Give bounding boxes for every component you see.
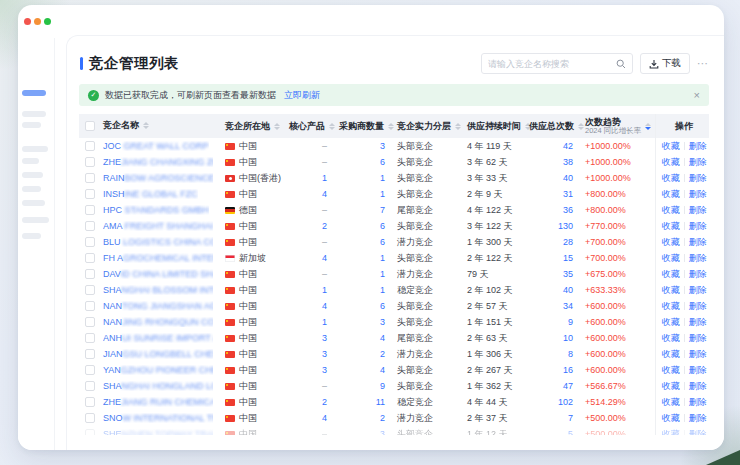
row-checkbox[interactable] <box>85 237 95 247</box>
total-supply-count[interactable]: 9 <box>568 317 573 327</box>
favorite-link[interactable]: 收藏 <box>662 205 680 215</box>
company-name-link[interactable]: RAINBOW AGROSCIENCES PTE CO ... <box>103 173 213 183</box>
core-products-count[interactable]: 4 <box>322 189 327 199</box>
total-supply-count[interactable]: 34 <box>563 301 573 311</box>
core-products-count[interactable]: 1 <box>322 285 327 295</box>
total-supply-count[interactable]: 47 <box>563 381 573 391</box>
favorite-link[interactable]: 收藏 <box>662 141 680 151</box>
sidebar-item[interactable] <box>22 233 41 239</box>
row-checkbox[interactable] <box>85 253 95 263</box>
minimize-window-dot[interactable] <box>34 18 41 25</box>
company-name-link[interactable]: SHANGHAI HONGLAND LOGITSTI... <box>103 381 213 391</box>
favorite-link[interactable]: 收藏 <box>662 333 680 343</box>
sidebar-item[interactable] <box>22 158 39 164</box>
delete-link[interactable]: 删除 <box>689 381 707 391</box>
row-checkbox[interactable] <box>85 269 95 279</box>
buyers-count[interactable]: 1 <box>380 173 385 183</box>
buyers-count[interactable]: 1 <box>380 253 385 263</box>
favorite-link[interactable]: 收藏 <box>662 365 680 375</box>
total-supply-count[interactable]: 5 <box>568 429 573 435</box>
company-name-link[interactable]: JIANGSU LONGBELL CHEMICAL ... <box>103 349 213 359</box>
favorite-link[interactable]: 收藏 <box>662 349 680 359</box>
buyers-count[interactable]: 11 <box>376 397 385 407</box>
row-checkbox[interactable] <box>85 189 95 199</box>
buyers-count[interactable]: 6 <box>380 157 385 167</box>
delete-link[interactable]: 删除 <box>689 429 707 436</box>
company-name-link[interactable]: HPC STANDARDS GMBH <box>103 205 209 215</box>
company-name-link[interactable]: AMA FREIGHT SHANGHAI CO LTD <box>103 221 213 231</box>
buyers-count[interactable]: 2 <box>380 413 385 423</box>
company-name-link[interactable]: SNOW INTERNATIONAL TRADING ... <box>103 413 213 423</box>
row-checkbox[interactable] <box>85 173 95 183</box>
search-input[interactable] <box>488 59 616 69</box>
buyers-count[interactable]: 3 <box>380 317 385 327</box>
sidebar-item[interactable] <box>22 217 49 223</box>
sidebar-item[interactable] <box>22 122 41 128</box>
buyers-count[interactable]: 1 <box>380 285 385 295</box>
delete-link[interactable]: 删除 <box>689 397 707 407</box>
delete-link[interactable]: 删除 <box>689 205 707 215</box>
total-supply-count[interactable]: 40 <box>563 173 573 183</box>
sort-icon[interactable] <box>388 123 394 130</box>
total-supply-count[interactable]: 16 <box>563 365 573 375</box>
column-header-7[interactable]: 供应总次数 <box>523 114 579 138</box>
favorite-link[interactable]: 收藏 <box>662 157 680 167</box>
core-products-count[interactable]: 2 <box>322 397 327 407</box>
row-checkbox[interactable] <box>85 429 95 435</box>
delete-link[interactable]: 删除 <box>689 285 707 295</box>
buyers-count[interactable]: 1 <box>380 189 385 199</box>
favorite-link[interactable]: 收藏 <box>662 317 680 327</box>
core-products-count[interactable]: 4 <box>322 301 327 311</box>
delete-link[interactable]: 删除 <box>689 157 707 167</box>
buyers-count[interactable]: 1 <box>380 269 385 279</box>
company-name-link[interactable]: SHENZHEN TOPWAY TRADING CO... <box>103 429 213 435</box>
row-checkbox[interactable] <box>85 397 95 407</box>
sort-icon[interactable] <box>455 123 461 130</box>
delete-link[interactable]: 删除 <box>689 317 707 327</box>
core-products-count[interactable]: 3 <box>322 349 327 359</box>
core-products-count[interactable]: 4 <box>322 253 327 263</box>
buyers-count[interactable]: 3 <box>380 141 385 151</box>
row-checkbox[interactable] <box>85 381 95 391</box>
company-name-link[interactable]: DAVID CHINA LIMITED SHANGHA... <box>103 269 213 279</box>
total-supply-count[interactable]: 40 <box>563 285 573 295</box>
company-name-link[interactable]: ZHEJIANG CHANGXING ZHONGSH... <box>103 157 213 167</box>
sidebar-item[interactable] <box>22 186 41 192</box>
buyers-count[interactable]: 7 <box>380 205 385 215</box>
delete-link[interactable]: 删除 <box>689 333 707 343</box>
buyers-count[interactable]: 6 <box>380 221 385 231</box>
column-header-3[interactable]: 核心产品 <box>283 114 333 138</box>
row-checkbox[interactable] <box>85 221 95 231</box>
sidebar-item[interactable] <box>22 146 48 152</box>
total-supply-count[interactable]: 15 <box>563 253 573 263</box>
company-name-link[interactable]: SHANGHAI BLOSSOM INTERNATIO... <box>103 285 213 295</box>
column-header-4[interactable]: 采购商数量 <box>333 114 391 138</box>
total-supply-count[interactable]: 102 <box>558 397 573 407</box>
favorite-link[interactable]: 收藏 <box>662 285 680 295</box>
sidebar-item-active[interactable] <box>22 90 46 96</box>
sidebar-item[interactable] <box>22 172 43 178</box>
row-checkbox[interactable] <box>85 157 95 167</box>
sort-icon[interactable] <box>329 123 335 130</box>
delete-link[interactable]: 删除 <box>689 141 707 151</box>
row-checkbox[interactable] <box>85 349 95 359</box>
row-checkbox[interactable] <box>85 317 95 327</box>
core-products-count[interactable]: 3 <box>322 333 327 343</box>
favorite-link[interactable]: 收藏 <box>662 397 680 407</box>
buyers-count[interactable]: 3 <box>380 429 385 435</box>
favorite-link[interactable]: 收藏 <box>662 221 680 231</box>
download-button[interactable]: 下载 <box>640 53 690 74</box>
total-supply-count[interactable]: 28 <box>563 237 573 247</box>
company-name-link[interactable]: YANGZHOU PIONEER CHEMICAL ... <box>103 365 213 375</box>
company-name-link[interactable]: NANJING RHONGQUN CO LTD <box>103 317 213 327</box>
core-products-count[interactable]: 1 <box>322 173 327 183</box>
row-checkbox[interactable] <box>85 413 95 423</box>
total-supply-count[interactable]: 31 <box>563 189 573 199</box>
favorite-link[interactable]: 收藏 <box>662 413 680 423</box>
total-supply-count[interactable]: 38 <box>563 157 573 167</box>
total-supply-count[interactable]: 7 <box>568 413 573 423</box>
company-name-link[interactable]: INSHINE GLOBAL FZC <box>103 189 198 199</box>
core-products-count[interactable]: 2 <box>322 221 327 231</box>
column-header-1[interactable]: 竞企名称 <box>79 114 219 138</box>
sort-icon[interactable] <box>578 123 584 130</box>
